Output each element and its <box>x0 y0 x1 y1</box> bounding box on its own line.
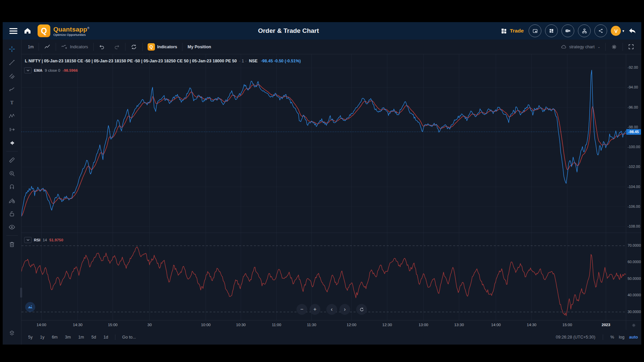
ema-legend[interactable]: EMA 9 close 0 -98.5966 <box>24 67 78 73</box>
range-5d-button[interactable]: 5d <box>89 334 99 341</box>
crosshair-tool[interactable] <box>6 43 18 55</box>
pan-left-button[interactable]: ‹ <box>327 304 337 314</box>
pan-right-button[interactable]: › <box>340 304 350 314</box>
reset-chart-button[interactable] <box>357 304 367 314</box>
pane-divider[interactable] <box>21 233 641 233</box>
interval-sep: · 1 · <box>239 59 247 63</box>
time-axis-label: 11:30 <box>307 323 316 327</box>
magnifier-icon <box>8 170 15 177</box>
q-indicators-label: Indicators <box>157 45 177 49</box>
xabcd-pattern-tool[interactable] <box>6 110 18 122</box>
strategy-chart-select[interactable]: strategy chart ⌄ <box>556 42 605 52</box>
profile-menu[interactable]: V ▾ <box>611 26 624 36</box>
magnet-tool[interactable] <box>6 181 18 192</box>
time-axis-label: 14:30 <box>527 323 536 327</box>
my-position-label: My Position <box>187 45 211 49</box>
dashboard-button[interactable] <box>545 24 558 37</box>
interval-button[interactable]: 1m <box>23 42 38 52</box>
pencil-lock-icon <box>8 197 15 204</box>
redo-button[interactable] <box>109 42 124 52</box>
hide-drawings-tool[interactable] <box>6 221 18 233</box>
range-1d-button[interactable]: 1d <box>100 334 111 341</box>
clock[interactable]: 09:26:28 (UTC+5:30) <box>556 335 595 340</box>
zoom-in-tool[interactable] <box>6 168 18 179</box>
arrow-tool[interactable] <box>6 137 18 148</box>
chart-area[interactable]: -98.45 -92.00-94.00-96.00-98.00-100.00-1… <box>21 54 641 320</box>
zoom-out-button[interactable]: − <box>297 304 307 314</box>
time-axis[interactable]: 14:0014:3015:003010:0010:3011:0011:3012:… <box>21 320 626 330</box>
price-axis-label: -108.00 <box>628 224 640 228</box>
undo-icon <box>99 44 105 50</box>
chart-type-button[interactable] <box>40 42 55 52</box>
chevron-down-icon: ▾ <box>622 29 624 33</box>
price-axis-label: -92.00 <box>628 65 638 69</box>
prediction-tool[interactable] <box>6 124 18 135</box>
text-tool[interactable]: T <box>6 97 18 108</box>
trendline-tool[interactable] <box>6 57 18 68</box>
range-1m-button[interactable]: 1m <box>75 334 87 341</box>
goto-button[interactable]: Go to... <box>119 334 139 341</box>
magnet-icon <box>8 183 15 190</box>
drawing-toolbar: T <box>3 40 21 345</box>
bottom-right: 09:26:28 (UTC+5:30) % log auto <box>556 335 638 340</box>
zoom-in-button[interactable]: + <box>310 304 320 314</box>
log-scale-button[interactable]: log <box>619 335 625 340</box>
axis-settings-button[interactable] <box>626 320 641 330</box>
arrow-left-icon <box>8 139 15 146</box>
quantsapp-logo-icon: Q <box>38 24 50 37</box>
range-6m-button[interactable]: 6m <box>49 334 60 341</box>
quantsapp-watermark-icon <box>25 302 35 312</box>
time-axis-label: 2023 <box>602 323 610 327</box>
range-3m-button[interactable]: 3m <box>62 334 74 341</box>
price-axis[interactable]: -98.45 -92.00-94.00-96.00-98.00-100.00-1… <box>626 54 641 233</box>
symbol-legend[interactable]: L NIFTY | 05-Jan-23 18150 CE -50 | 05-Ja… <box>25 59 301 63</box>
brush-tool[interactable] <box>6 83 18 95</box>
collapse-icon[interactable] <box>24 67 32 73</box>
rsi-axis[interactable]: 70.000060.000050.000040.000030.0000 <box>626 233 641 320</box>
refresh-button[interactable] <box>126 42 142 52</box>
range-5y-button[interactable]: 5y <box>25 334 36 341</box>
bottom-toolbar: 5y1y6m3m1m5d1dGo to... 09:26:28 (UTC+5:3… <box>21 330 641 345</box>
chart-toolbar: 1m Indicators <box>21 40 641 54</box>
share-button[interactable] <box>594 24 607 37</box>
percent-scale-button[interactable]: % <box>610 335 614 340</box>
indicators-button[interactable]: Indicators <box>57 42 92 52</box>
trade-button[interactable]: Trade <box>501 28 524 34</box>
drawing-lock-tool[interactable] <box>6 194 18 206</box>
my-position-button[interactable]: My Position <box>183 42 215 52</box>
crosshair-icon <box>8 46 15 53</box>
rsi-axis-label: 40.0000 <box>628 293 641 297</box>
undo-button[interactable] <box>94 42 109 52</box>
delete-drawings-tool[interactable] <box>6 238 18 250</box>
auto-scale-button[interactable]: auto <box>629 335 638 340</box>
toolbar-separator <box>56 43 56 51</box>
object-tree-button[interactable] <box>6 327 18 339</box>
brand-text: Quantsapp® Optimize Opportunities <box>53 25 90 37</box>
lock-all-tool[interactable] <box>6 208 18 219</box>
fullscreen-button[interactable] <box>624 42 639 52</box>
menu-button[interactable] <box>9 28 17 34</box>
collapse-icon[interactable] <box>24 237 32 243</box>
home-icon[interactable] <box>23 27 32 35</box>
range-1y-button[interactable]: 1y <box>37 334 47 341</box>
time-axis-label: 12:00 <box>347 323 357 327</box>
q-indicators-button[interactable]: Q Indicators <box>143 42 182 52</box>
measure-tool[interactable] <box>6 154 18 166</box>
rsi-legend[interactable]: RSI 14 51.9750 <box>24 237 63 243</box>
trendline-icon <box>8 59 15 66</box>
last-price-label: -98.45 <box>626 129 641 135</box>
fib-retracement-tool[interactable] <box>6 70 18 81</box>
brand[interactable]: Q Quantsapp® Optimize Opportunities <box>38 24 90 37</box>
rsi-axis-label: 30.0000 <box>628 310 641 314</box>
price-chart[interactable] <box>21 54 626 233</box>
quantsapp-q-icon: Q <box>148 43 155 51</box>
mountain-icon <box>27 304 33 310</box>
settings-button[interactable] <box>606 42 622 52</box>
window-button[interactable] <box>529 24 541 37</box>
rsi-value: 51.9750 <box>49 238 63 242</box>
strategy-flow-button[interactable] <box>578 24 591 37</box>
video-button[interactable] <box>561 24 574 37</box>
rsi-params: 14 <box>43 238 47 242</box>
back-button[interactable] <box>628 26 637 35</box>
interval-label: 1m <box>28 45 34 49</box>
